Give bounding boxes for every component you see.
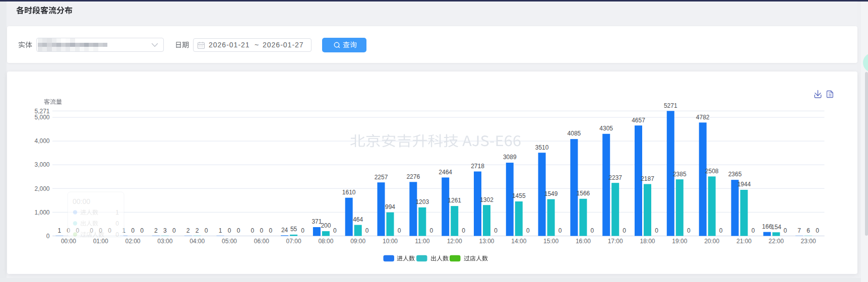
svg-text:0: 0 [752,227,755,234]
svg-text:0: 0 [526,227,530,234]
svg-text:06:00: 06:00 [254,238,269,245]
svg-text:994: 994 [385,203,395,210]
svg-text:0: 0 [655,227,658,234]
svg-text:1: 1 [58,227,61,234]
svg-text:0: 0 [260,227,263,234]
svg-text:3510: 3510 [535,144,549,151]
svg-text:16:00: 16:00 [576,238,591,245]
svg-text:0: 0 [115,220,119,227]
svg-text:08:00: 08:00 [318,238,333,245]
svg-text:2508: 2508 [705,168,719,175]
svg-text:20:00: 20:00 [704,238,719,245]
svg-text:01:00: 01:00 [93,238,108,245]
svg-text:05:00: 05:00 [222,238,237,245]
svg-text:7: 7 [797,227,801,234]
svg-text:12:00: 12:00 [447,238,462,245]
svg-text:3089: 3089 [503,154,517,161]
svg-text:11:00: 11:00 [415,238,429,245]
svg-text:2365: 2365 [728,171,742,178]
svg-text:0: 0 [237,227,240,234]
svg-text:04:00: 04:00 [190,238,205,245]
svg-text:23:00: 23:00 [801,238,816,245]
svg-text:0: 0 [719,227,723,234]
svg-text:2: 2 [187,227,190,234]
svg-text:5,000: 5,000 [34,114,49,121]
svg-text:14:00: 14:00 [511,238,526,245]
svg-text:0: 0 [131,227,135,234]
svg-text:21:00: 21:00 [736,238,752,245]
svg-text:1: 1 [219,227,222,234]
svg-text:0: 0 [462,227,465,234]
svg-text:22:00: 22:00 [769,238,784,245]
svg-text:0: 0 [429,227,433,234]
svg-text:0: 0 [46,233,50,240]
svg-text:0: 0 [494,227,498,234]
svg-text:17:00: 17:00 [608,238,623,245]
svg-text:1566: 1566 [577,190,590,197]
svg-text:0: 0 [172,227,176,234]
svg-text:2718: 2718 [471,163,484,170]
svg-text:154: 154 [771,224,781,231]
svg-text:5271: 5271 [664,102,677,109]
svg-text:55: 55 [290,226,297,233]
svg-text:0: 0 [333,227,337,234]
svg-text:0: 0 [228,227,231,234]
svg-text:0: 0 [687,227,691,234]
svg-text:09:00: 09:00 [350,238,365,245]
svg-text:0: 0 [783,227,787,234]
svg-text:4657: 4657 [632,117,645,124]
svg-text:2276: 2276 [406,173,420,180]
svg-text:0: 0 [115,231,119,238]
svg-text:0: 0 [269,227,272,234]
svg-text:0: 0 [398,227,401,234]
svg-text:2385: 2385 [673,171,687,178]
svg-text:03:00: 03:00 [157,238,172,245]
svg-text:15:00: 15:00 [543,238,559,245]
svg-text:1: 1 [115,209,119,216]
svg-text:00:00: 00:00 [61,238,76,245]
svg-text:4305: 4305 [599,125,613,132]
svg-text:02:00: 02:00 [125,238,140,245]
svg-text:1,000: 1,000 [34,209,49,216]
svg-text:1203: 1203 [415,198,429,205]
svg-text:1610: 1610 [342,189,356,196]
svg-text:5,271: 5,271 [34,108,49,115]
svg-text:1302: 1302 [480,196,493,203]
svg-text:2,000: 2,000 [34,185,49,192]
svg-text:2187: 2187 [641,175,654,182]
svg-text:18:00: 18:00 [640,238,655,245]
svg-text:13:00: 13:00 [479,238,494,245]
svg-text:10:00: 10:00 [383,238,398,245]
svg-text:4085: 4085 [568,130,581,137]
svg-text:2257: 2257 [375,174,388,181]
svg-text:2: 2 [154,227,158,234]
svg-text:3,000: 3,000 [34,161,49,168]
svg-text:0: 0 [301,227,304,234]
svg-text:0: 0 [623,227,626,234]
svg-text:3: 3 [163,227,167,234]
svg-text:4782: 4782 [696,114,710,121]
svg-text:464: 464 [353,216,363,223]
svg-text:19:00: 19:00 [672,238,687,245]
svg-text:0: 0 [559,227,562,234]
svg-text:24: 24 [281,227,288,234]
svg-text:0: 0 [591,227,594,234]
svg-text:0: 0 [251,227,254,234]
svg-text:200: 200 [321,222,331,229]
svg-text:0: 0 [816,227,819,234]
svg-text:0: 0 [365,227,369,234]
svg-text:1455: 1455 [512,192,526,199]
svg-text:00:00: 00:00 [73,197,90,205]
svg-text:4,000: 4,000 [34,137,49,145]
svg-text:07:00: 07:00 [286,238,301,245]
svg-text:1944: 1944 [737,181,751,188]
svg-text:2464: 2464 [439,169,452,176]
svg-text:2: 2 [196,227,199,234]
svg-text:0: 0 [205,227,208,234]
svg-text:1261: 1261 [448,197,461,204]
svg-text:1549: 1549 [544,190,558,197]
svg-text:2237: 2237 [608,174,622,181]
svg-text:0: 0 [140,227,144,234]
svg-text:6: 6 [807,227,810,234]
